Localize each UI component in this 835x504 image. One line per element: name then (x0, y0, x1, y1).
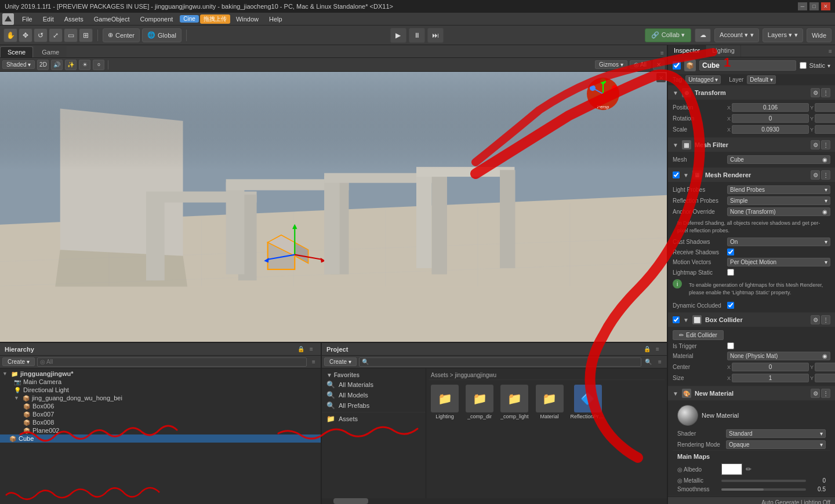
motion-vectors-dropdown[interactable]: Per Object Motion ▾ (727, 258, 830, 266)
static-checkbox[interactable] (800, 62, 807, 69)
scene-close-btn[interactable]: ✕ (653, 60, 665, 70)
receive-shadows-checkbox[interactable] (727, 249, 734, 255)
rotation-y-input[interactable] (815, 114, 835, 123)
all-materials-item[interactable]: 🔍 All Materials (322, 379, 426, 390)
hierarchy-create-btn[interactable]: Create ▾ (2, 357, 35, 366)
position-x-input[interactable] (732, 103, 809, 112)
hierarchy-item-box007[interactable]: 📦 Box007 (0, 410, 321, 418)
project-item-comp-dir[interactable]: 📁 _comp_dir (463, 382, 496, 422)
hierarchy-item-jing-group[interactable]: ▼ 📦 jing_guang_dong_wu_hong_bei (0, 394, 321, 402)
center-x-input[interactable] (732, 363, 809, 371)
minimize-button[interactable]: ─ (798, 2, 807, 10)
step-button[interactable]: ⏭ (427, 28, 444, 43)
reflection-probes-dropdown[interactable]: Simple ▾ (727, 196, 830, 205)
size-y-input[interactable] (815, 374, 835, 382)
fx-toggle[interactable]: ✨ (65, 60, 77, 70)
all-models-item[interactable]: 🔍 All Models (322, 390, 426, 400)
upload-badge[interactable]: 拖拽上传 (200, 14, 230, 24)
assets-folder-item[interactable]: 📁 Assets (322, 414, 426, 424)
inspector-tab-inspector[interactable]: Inspector (668, 45, 706, 57)
hierarchy-item-box006[interactable]: 📦 Box006 (0, 402, 321, 410)
box-collider-overflow-btn[interactable]: ⋮ (821, 315, 830, 324)
scale-tool[interactable]: ⤢ (49, 28, 63, 42)
center-y-input[interactable] (815, 363, 835, 371)
space-dropdown[interactable]: 🌐 Global (142, 28, 181, 42)
project-item-lighting[interactable]: 📁 Lighting (429, 382, 461, 422)
menu-component[interactable]: Component (135, 14, 177, 24)
material-settings-btn[interactable]: ⚙ (811, 389, 820, 398)
shader-dropdown[interactable]: Standard ▾ (726, 429, 826, 438)
menu-assets[interactable]: Assets (60, 14, 88, 24)
mesh-filter-header[interactable]: ▼ ▦ Mesh Filter ⚙ ⋮ (668, 138, 835, 152)
smoothness-slider-track[interactable] (721, 488, 806, 491)
is-trigger-checkbox[interactable] (727, 342, 734, 349)
move-tool[interactable]: ✥ (19, 28, 32, 42)
scene-gizmo[interactable]: Persp (586, 76, 620, 111)
project-scrollbar[interactable] (322, 498, 667, 504)
collider-material-dropdown[interactable]: None (Physic Mat) ◉ (727, 352, 830, 360)
gizmos-dropdown[interactable]: Gizmos ▾ (595, 60, 627, 69)
transform-overflow-btn[interactable]: ⋮ (821, 88, 830, 97)
viewport[interactable]: Persp ✕ (0, 72, 667, 342)
project-item-material[interactable]: 📁 Material (533, 382, 566, 422)
menu-file[interactable]: File (17, 14, 37, 24)
play-button[interactable]: ▶ (390, 28, 406, 43)
scale-y-input[interactable] (815, 125, 835, 134)
game-tab[interactable]: Game (34, 46, 67, 57)
layout-dropdown[interactable]: Wide (807, 28, 832, 42)
project-search[interactable] (359, 357, 641, 367)
scale-x-input[interactable] (732, 125, 809, 134)
rotate-tool[interactable]: ↺ (34, 28, 48, 42)
collab-button[interactable]: 🔗 Collab ▾ (645, 28, 691, 42)
hierarchy-item-directional-light[interactable]: 💡 Directional Light (0, 386, 321, 394)
hierarchy-item-box008[interactable]: 📦 Box008 (0, 418, 321, 426)
mesh-renderer-enabled[interactable] (673, 171, 680, 178)
project-create-btn[interactable]: Create ▾ (324, 357, 357, 366)
anchor-override-dropdown[interactable]: None (Transform) ◉ (727, 207, 830, 216)
metallic-slider-track[interactable] (721, 480, 806, 482)
hierarchy-item-cube[interactable]: 📦 Cube (0, 434, 321, 443)
mesh-renderer-settings-btn[interactable]: ⚙ (811, 170, 820, 180)
project-options-btn[interactable]: ≡ (653, 345, 662, 354)
hierarchy-options-btn[interactable]: ≡ (307, 345, 316, 354)
inspector-options-btn[interactable]: ≡ (826, 45, 835, 57)
mesh-filter-overflow-btn[interactable]: ⋮ (821, 140, 830, 149)
shading-dropdown[interactable]: Shaded ▾ (2, 60, 35, 69)
close-button[interactable]: ✕ (821, 2, 830, 10)
pause-button[interactable]: ⏸ (409, 28, 425, 43)
project-item-reflection-probe[interactable]: 🔷 ReflectionProbe-0 (568, 382, 608, 422)
2d-toggle[interactable]: 2D (37, 60, 49, 70)
hierarchy-item-root[interactable]: ▼ 📁 jingguangjingwu* (0, 370, 321, 378)
maximize-button[interactable]: □ (809, 2, 819, 10)
account-dropdown[interactable]: Account ▾ ▾ (714, 28, 759, 42)
scene-camera-toggle[interactable]: 0 (93, 60, 104, 70)
position-y-input[interactable] (815, 103, 835, 112)
audio-toggle[interactable]: 🔊 (51, 60, 63, 70)
layer-dropdown[interactable]: Default ▾ (747, 75, 775, 84)
project-item-comp-light[interactable]: 📁 _comp_light (498, 382, 531, 422)
project-search-icon-btn[interactable]: 🔍 (644, 357, 653, 367)
scene-panel-options[interactable]: ≡ (658, 48, 667, 57)
all-layers-dropdown[interactable]: ◎ All (630, 60, 651, 69)
scene-lighting-toggle[interactable]: ☀ (79, 60, 90, 70)
object-name-input[interactable] (699, 60, 796, 71)
box-collider-header[interactable]: ▼ ⬜ Box Collider ⚙ ⋮ (668, 313, 835, 327)
all-prefabs-item[interactable]: 🔍 All Prefabs (322, 400, 426, 411)
transform-header[interactable]: ▼ ⊕ Transform ⚙ ⋮ (668, 86, 835, 100)
cine-badge[interactable]: Cine (180, 15, 199, 23)
material-overflow-btn[interactable]: ⋮ (821, 389, 830, 398)
mesh-renderer-header[interactable]: ▼ 🖥 Mesh Renderer ⚙ ⋮ (668, 168, 835, 182)
dynamic-occluded-checkbox[interactable] (727, 302, 734, 309)
mesh-filter-settings-btn[interactable]: ⚙ (811, 140, 820, 149)
edit-collider-btn[interactable]: ✏ Edit Collider (673, 330, 724, 340)
hierarchy-lock-btn[interactable]: 🔒 (296, 345, 306, 354)
project-toggle-btn[interactable]: ≡ (655, 357, 665, 367)
static-dropdown-arrow[interactable]: ▾ (827, 63, 830, 69)
mesh-renderer-overflow-btn[interactable]: ⋮ (821, 170, 830, 180)
object-active-checkbox[interactable] (673, 61, 681, 70)
size-x-input[interactable] (732, 374, 809, 382)
box-collider-enabled[interactable] (673, 316, 680, 323)
hierarchy-search[interactable] (37, 357, 307, 367)
material-header[interactable]: ▼ 🎨 New Material ⚙ ⋮ (668, 386, 835, 400)
cast-shadows-dropdown[interactable]: On ▾ (727, 238, 830, 246)
